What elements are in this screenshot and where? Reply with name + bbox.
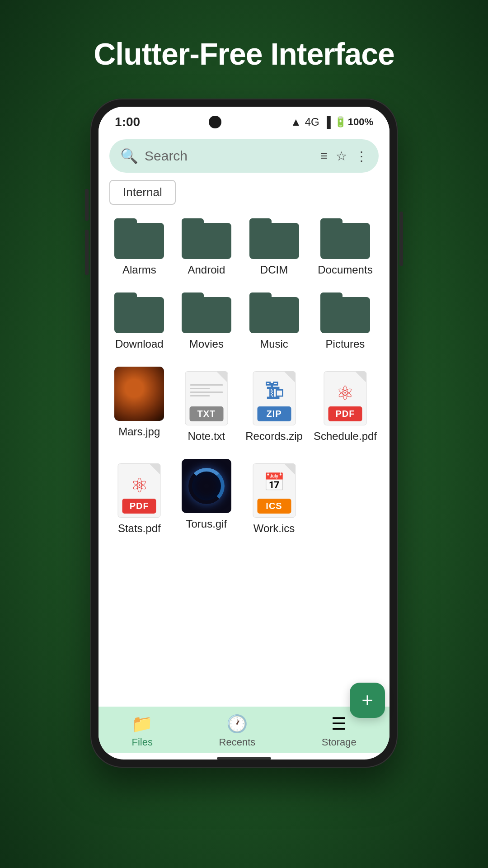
folder-dcim-label: DCIM bbox=[260, 264, 288, 276]
file-note-txt[interactable]: TXT Note.txt bbox=[175, 360, 239, 449]
folder-music-label: Music bbox=[260, 338, 288, 350]
schedule-pdf-icon: ⚛ PDF bbox=[320, 367, 370, 425]
folder-android[interactable]: Android bbox=[175, 212, 239, 283]
storage-nav-label: Storage bbox=[322, 736, 357, 748]
folder-alarms-icon bbox=[114, 218, 164, 259]
pdf-badge: PDF bbox=[328, 406, 362, 421]
file-stats-pdf[interactable]: ⚛ PDF Stats.pdf bbox=[108, 453, 171, 541]
folder-documents-label: Documents bbox=[318, 264, 372, 276]
more-options-icon[interactable]: ⋮ bbox=[355, 149, 368, 164]
file-grid: Alarms Android DCIM bbox=[99, 212, 389, 707]
folder-pictures[interactable]: Pictures bbox=[310, 286, 380, 357]
search-icon: 🔍 bbox=[120, 147, 138, 165]
status-icons: ▲ 4G ▐ 🔋100% bbox=[291, 116, 373, 128]
search-placeholder: Search bbox=[145, 148, 314, 164]
bottom-nav: 📁 Files 🕐 Recents ☰ Storage bbox=[99, 707, 389, 753]
folder-android-label: Android bbox=[188, 264, 225, 276]
camera-notch bbox=[209, 116, 221, 128]
folder-alarms[interactable]: Alarms bbox=[108, 212, 171, 283]
volume-up-button[interactable] bbox=[85, 189, 89, 221]
work-ics-icon: 📅 ICS bbox=[249, 459, 299, 518]
files-nav-icon: 📁 bbox=[131, 714, 153, 734]
folder-dcim[interactable]: DCIM bbox=[242, 212, 306, 283]
files-nav-label: Files bbox=[131, 736, 152, 748]
stats-pdf-icon: ⚛ PDF bbox=[114, 459, 164, 518]
folder-pictures-label: Pictures bbox=[326, 338, 365, 350]
phone-frame: 1:00 ▲ 4G ▐ 🔋100% 🔍 Search ≡ ☆ ⋮ Inte bbox=[90, 99, 398, 768]
stats-pdf-acrobat-icon: ⚛ bbox=[131, 474, 148, 497]
search-bar[interactable]: 🔍 Search ≡ ☆ ⋮ bbox=[109, 139, 379, 173]
file-schedule-label: Schedule.pdf bbox=[314, 430, 377, 443]
power-button[interactable] bbox=[399, 212, 403, 266]
folder-download-icon bbox=[114, 292, 164, 333]
file-stats-label: Stats.pdf bbox=[118, 522, 161, 535]
torus-thumbnail bbox=[182, 459, 231, 513]
star-icon[interactable]: ☆ bbox=[336, 149, 347, 164]
calendar-icon: 📅 bbox=[263, 472, 285, 492]
signal-bars-icon: ▐ bbox=[323, 116, 331, 128]
recents-nav-icon: 🕐 bbox=[226, 714, 248, 734]
folder-download-label: Download bbox=[115, 338, 164, 350]
pdf-acrobat-icon: ⚛ bbox=[336, 382, 354, 405]
file-mars-label: Mars.jpg bbox=[118, 425, 160, 438]
nav-recents[interactable]: 🕐 Recents bbox=[219, 714, 256, 748]
folder-dcim-icon bbox=[249, 218, 299, 259]
file-work-ics[interactable]: 📅 ICS Work.ics bbox=[242, 453, 306, 541]
home-indicator bbox=[217, 757, 271, 760]
fab-button[interactable]: + bbox=[350, 683, 385, 718]
folder-alarms-label: Alarms bbox=[122, 264, 156, 276]
volume-down-button[interactable] bbox=[85, 230, 89, 275]
page-title: Clutter-Free Interface bbox=[94, 36, 394, 71]
records-zip-icon: 🗜 ZIP bbox=[249, 367, 299, 425]
search-actions: ≡ ☆ ⋮ bbox=[320, 149, 368, 164]
status-time: 1:00 bbox=[115, 115, 140, 129]
zip-compress-icon: 🗜 bbox=[264, 380, 284, 402]
folder-movies-icon bbox=[182, 292, 231, 333]
torus-image bbox=[182, 459, 231, 513]
folder-documents[interactable]: Documents bbox=[310, 212, 380, 283]
file-records-zip[interactable]: 🗜 ZIP Records.zip bbox=[242, 360, 306, 449]
file-mars-jpg[interactable]: Mars.jpg bbox=[108, 360, 171, 449]
file-torus-label: Torus.gif bbox=[186, 518, 227, 530]
torus-visual bbox=[188, 468, 225, 504]
folder-movies[interactable]: Movies bbox=[175, 286, 239, 357]
folder-documents-icon bbox=[320, 218, 370, 259]
folder-music-icon bbox=[249, 292, 299, 333]
txt-badge: TXT bbox=[189, 406, 223, 421]
signal-label: 4G bbox=[305, 116, 319, 128]
grid-container: Alarms Android DCIM bbox=[108, 212, 380, 541]
mars-image bbox=[114, 367, 164, 421]
status-bar: 1:00 ▲ 4G ▐ 🔋100% bbox=[99, 107, 389, 134]
internal-tab[interactable]: Internal bbox=[109, 180, 176, 205]
stats-pdf-badge: PDF bbox=[122, 499, 156, 514]
folder-pictures-icon bbox=[320, 292, 370, 333]
ics-badge: ICS bbox=[257, 499, 291, 514]
zip-badge: ZIP bbox=[257, 406, 291, 421]
recents-nav-label: Recents bbox=[219, 736, 256, 748]
folder-download[interactable]: Download bbox=[108, 286, 171, 357]
storage-nav-icon: ☰ bbox=[331, 714, 347, 734]
folder-music[interactable]: Music bbox=[242, 286, 306, 357]
storage-tabs: Internal bbox=[109, 180, 379, 205]
file-records-label: Records.zip bbox=[245, 430, 303, 443]
filter-icon[interactable]: ≡ bbox=[320, 149, 328, 163]
note-txt-icon: TXT bbox=[182, 367, 231, 425]
file-schedule-pdf[interactable]: ⚛ PDF Schedule.pdf bbox=[310, 360, 380, 449]
folder-android-icon bbox=[182, 218, 231, 259]
battery-icon: 🔋100% bbox=[334, 116, 373, 128]
nav-storage[interactable]: ☰ Storage bbox=[322, 714, 357, 748]
file-work-label: Work.ics bbox=[253, 522, 295, 535]
file-note-label: Note.txt bbox=[188, 430, 225, 443]
phone-screen: 1:00 ▲ 4G ▐ 🔋100% 🔍 Search ≡ ☆ ⋮ Inte bbox=[99, 107, 389, 760]
file-torus-gif[interactable]: Torus.gif bbox=[175, 453, 239, 541]
mars-thumbnail bbox=[114, 367, 164, 421]
wifi-icon: ▲ bbox=[291, 116, 301, 128]
nav-files[interactable]: 📁 Files bbox=[131, 714, 153, 748]
folder-movies-label: Movies bbox=[189, 338, 224, 350]
